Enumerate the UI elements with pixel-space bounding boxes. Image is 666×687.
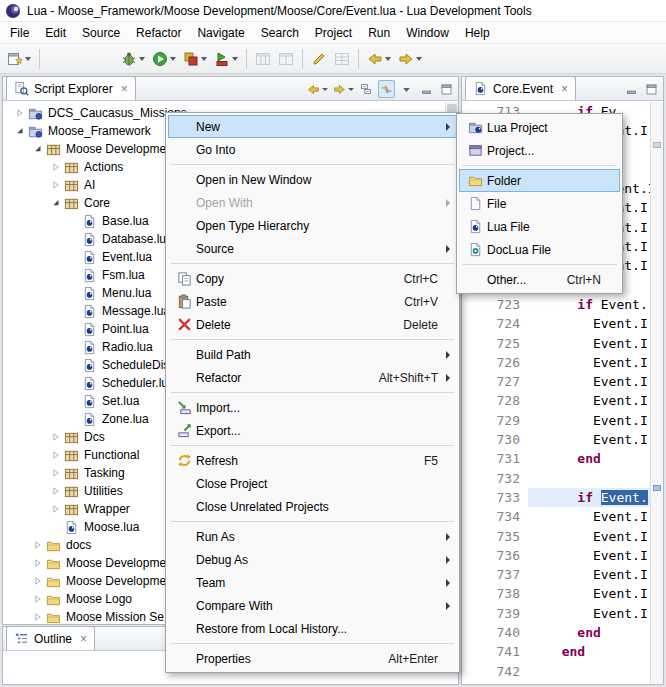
code-text[interactable]: Event.I [528,411,650,430]
line-number[interactable]: 731 [462,449,528,468]
code-line-741[interactable]: 741 end [462,642,650,661]
code-line-735[interactable]: 735 Event.I [462,527,650,546]
code-line-740[interactable]: 740 end [462,623,650,642]
context-menu-item-open-in-new-window[interactable]: Open in New Window [168,168,457,191]
context-menu-item-debug-as[interactable]: Debug As [168,548,457,571]
line-number[interactable]: 742 [462,662,528,681]
external-tools-button[interactable] [211,47,241,71]
line-number[interactable]: 726 [462,353,528,372]
code-text[interactable]: if Event. [528,295,650,314]
code-text[interactable]: Event.I [528,604,650,623]
context-menu-item-close-project[interactable]: Close Project [168,472,457,495]
menubar-item-window[interactable]: Window [398,23,457,43]
selection-ruler-mark[interactable] [653,485,661,491]
dropdown-caret-icon[interactable] [232,57,238,61]
code-text[interactable]: end [528,623,650,642]
close-ic[interactable]: × [80,632,87,646]
run-button[interactable] [149,47,179,71]
context-menu-item-restore-from-local-history[interactable]: Restore from Local History... [168,617,457,640]
tab-outline[interactable]: Outline × [6,626,95,650]
new-submenu-item-file[interactable]: File [459,192,620,215]
menubar-item-search[interactable]: Search [253,23,307,43]
code-line-725[interactable]: 725 Event.I [462,334,650,353]
close-ic[interactable]: × [121,82,128,96]
context-menu-item-refactor[interactable]: RefactorAlt+Shift+T [168,366,457,389]
dropdown-caret-icon[interactable] [201,57,207,61]
expander-closed-icon[interactable] [30,538,45,553]
tab-core-event[interactable]: Core.Event × [465,76,576,100]
expander-closed-icon[interactable] [48,502,63,517]
code-line-727[interactable]: 727 Event.I [462,372,650,391]
menubar-item-navigate[interactable]: Navigate [189,23,252,43]
code-text[interactable]: Event.I [528,391,650,410]
expander-closed-icon[interactable] [30,610,45,624]
line-number[interactable]: 730 [462,430,528,449]
context-menu-item-open-type-hierarchy[interactable]: Open Type Hierarchy [168,214,457,237]
code-text[interactable]: Event.I [528,527,650,546]
line-number[interactable]: 743 [462,681,528,684]
menubar-item-project[interactable]: Project [307,23,360,43]
line-number[interactable]: 725 [462,334,528,353]
context-menu-item-run-as[interactable]: Run As [168,525,457,548]
code-text[interactable] [528,469,650,488]
context-menu-item-paste[interactable]: PasteCtrl+V [168,290,457,313]
line-number[interactable]: 732 [462,469,528,488]
context-menu-item-source[interactable]: Source [168,237,457,260]
dropdown-caret-icon[interactable] [25,57,31,61]
line-number[interactable]: 736 [462,546,528,565]
new-wizard-button[interactable] [4,47,34,71]
code-text[interactable]: Event.I [528,334,650,353]
code-line-723[interactable]: 723 if Event. [462,295,650,314]
minimize-button[interactable] [418,80,435,98]
dropdown-caret-icon[interactable] [139,57,145,61]
context-menu-item-refresh[interactable]: RefreshF5 [168,449,457,472]
code-line-729[interactable]: 729 Event.I [462,411,650,430]
new-submenu-item-folder[interactable]: Folder [459,169,620,192]
dropdown-caret-icon[interactable] [322,88,328,91]
line-number[interactable]: 740 [462,623,528,642]
context-menu-item-delete[interactable]: DeleteDelete [168,313,457,336]
line-number[interactable]: 727 [462,372,528,391]
code-line-731[interactable]: 731 end [462,449,650,468]
maximize-button[interactable] [438,80,455,98]
dropdown-caret-icon[interactable] [170,57,176,61]
context-menu-item-import[interactable]: Import... [168,396,457,419]
context-menu-item-properties[interactable]: PropertiesAlt+Enter [168,647,457,670]
code-text[interactable]: end [528,449,650,468]
line-number[interactable]: 733 [462,488,528,507]
line-number[interactable]: 737 [462,565,528,584]
back-button[interactable] [364,47,394,71]
table-button[interactable] [331,47,353,71]
expander-closed-icon[interactable] [30,556,45,571]
expander-closed-icon[interactable] [48,430,63,445]
code-text[interactable]: Event.I [528,546,650,565]
code-line-736[interactable]: 736 Event.I [462,546,650,565]
open-window-button[interactable] [275,47,297,71]
expander-closed-icon[interactable] [30,592,45,607]
code-text[interactable]: Event.I [528,430,650,449]
expander-closed-icon[interactable] [30,574,45,589]
new-submenu-item-other[interactable]: Other...Ctrl+N [459,268,620,291]
code-text[interactable]: Event.I [528,565,650,584]
forward-button[interactable] [395,47,425,71]
code-line-743[interactable]: 743 if Event.ta [462,681,650,684]
line-number[interactable]: 738 [462,584,528,603]
dropdown-caret-icon[interactable] [385,57,391,61]
collapse-all-button[interactable] [358,80,375,98]
expander-closed-icon[interactable] [48,484,63,499]
view-menu-button[interactable] [398,80,415,98]
expander-closed-icon[interactable] [48,160,63,175]
expander-open-icon[interactable] [30,142,45,157]
menubar-item-run[interactable]: Run [360,23,398,43]
line-number[interactable]: 729 [462,411,528,430]
link-editor-button[interactable] [378,80,395,98]
code-line-738[interactable]: 738 Event.I [462,584,650,603]
context-menu-item-open-with[interactable]: Open With [168,191,457,214]
context-menu-item-copy[interactable]: CopyCtrl+C [168,267,457,290]
expander-closed-icon[interactable] [12,106,27,121]
code-text[interactable]: end [528,642,650,661]
code-line-737[interactable]: 737 Event.I [462,565,650,584]
code-line-728[interactable]: 728 Event.I [462,391,650,410]
viewport-ruler-mark[interactable] [653,142,661,148]
expander-closed-icon[interactable] [48,448,63,463]
